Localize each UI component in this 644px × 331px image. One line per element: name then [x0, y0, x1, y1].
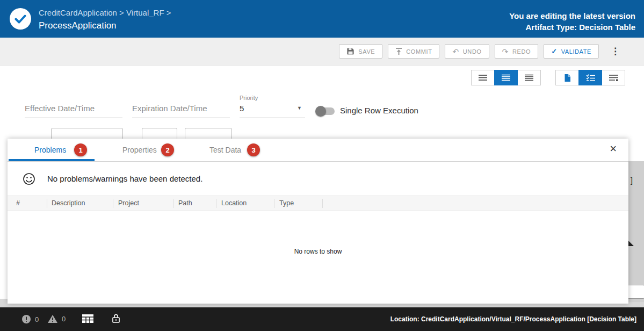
undo-icon: ↶ [452, 48, 459, 55]
smiley-icon [23, 172, 35, 185]
save-button-label: SAVE [358, 48, 375, 55]
commit-button-label: COMMIT [406, 48, 432, 55]
tab-properties[interactable]: Properties [122, 146, 157, 154]
app-logo-icon [10, 8, 31, 30]
save-icon [346, 47, 354, 55]
close-panel-button[interactable]: × [610, 142, 617, 156]
column-separator [47, 199, 47, 208]
version-note: You are editing the latest version [509, 10, 635, 21]
table-icon [82, 314, 93, 323]
single-row-execution-toggle[interactable] [317, 107, 335, 115]
checklist-icon [586, 74, 595, 81]
priority-label: Priority [240, 95, 258, 101]
column-header-type[interactable]: Type [279, 199, 294, 207]
validate-check-icon: ✓ [551, 48, 558, 55]
corner-triangle-fragment [628, 241, 634, 246]
chevron-down-icon: ▼ [297, 105, 302, 111]
column-header-number[interactable]: # [16, 199, 20, 207]
redo-button-label: REDO [512, 48, 531, 55]
checkmark-icon [15, 15, 26, 24]
column-separator [173, 199, 173, 208]
location-text: Location: CreditCardApplication/Virtual_… [390, 315, 636, 323]
view-toolbar [0, 66, 644, 89]
annotation-callout-1: 1 [74, 143, 87, 156]
overflow-menu-button[interactable]: ⋮ [611, 46, 620, 57]
toolbar-button-group: SAVE COMMIT ↶ UNDO ↷ REDO ✓ VALIDATE [339, 44, 599, 59]
lock-button[interactable] [112, 313, 120, 324]
version-info: You are editing the latest version Artif… [509, 10, 635, 33]
problems-table-header: # Description Project Path Location Type [8, 196, 628, 211]
no-rows-message: No rows to show [8, 248, 628, 255]
lines-sub-icon [609, 74, 618, 82]
text-fragment: ] [631, 176, 633, 185]
tab-test-data[interactable]: Test Data [209, 146, 241, 154]
warning-icon [47, 314, 58, 323]
undo-button[interactable]: ↶ UNDO [445, 44, 489, 59]
standard-rows-view-button[interactable] [494, 70, 518, 85]
column-header-location[interactable]: Location [221, 199, 247, 207]
save-button[interactable]: SAVE [339, 44, 382, 59]
panel-tab-bar: Problems 1 Properties 2 Test Data 3 × [8, 139, 628, 162]
dense-rows-view-button[interactable] [517, 70, 541, 85]
summary-view-button[interactable] [602, 70, 625, 85]
column-header-path[interactable]: Path [178, 199, 192, 207]
single-row-execution-label: Single Row Execution [340, 106, 418, 115]
rule-checklist-view-button[interactable] [578, 70, 602, 85]
breadcrumb[interactable]: CreditCardApplication > Virtual_RF > [39, 8, 171, 17]
compact-rows-view-button[interactable] [471, 70, 495, 85]
column-header-description[interactable]: Description [52, 199, 85, 207]
no-problems-message: No problems/warnings have been detected. [47, 174, 202, 183]
main-toolbar: SAVE COMMIT ↶ UNDO ↷ REDO ✓ VALIDATE [0, 38, 644, 66]
grid-view-button[interactable] [82, 314, 93, 323]
effective-date-input[interactable]: Effective Date/Time [25, 104, 122, 118]
error-count: 0 [35, 315, 39, 323]
app-window: CreditCardApplication > Virtual_RF > Pro… [0, 0, 644, 331]
validate-button[interactable]: ✓ VALIDATE [544, 44, 599, 59]
warning-count: 0 [62, 315, 66, 323]
annotation-callout-2: 2 [161, 143, 174, 156]
column-separator [216, 199, 216, 208]
page-title: ProcessApplication [39, 20, 117, 31]
validate-button-label: VALIDATE [561, 48, 591, 55]
expiration-date-input[interactable]: Expiration Date/Time [132, 104, 230, 118]
document-icon [564, 74, 571, 82]
artifact-type: Artifact Type: Decision Table [509, 21, 635, 33]
status-bar: 0 0 Locati [0, 307, 644, 331]
app-header: CreditCardApplication > Virtual_RF > Pro… [0, 0, 644, 38]
lines-icon [525, 74, 533, 81]
lines-icon [502, 74, 510, 81]
error-count-indicator[interactable]: 0 [21, 314, 39, 324]
editor-view-toggle-group [556, 70, 625, 85]
lock-icon [112, 313, 120, 324]
toggle-knob [315, 106, 326, 117]
active-tab-indicator [9, 159, 95, 161]
column-header-project[interactable]: Project [118, 199, 139, 207]
column-separator [322, 199, 323, 208]
error-icon [21, 314, 31, 324]
undo-button-label: UNDO [463, 48, 482, 55]
redo-icon: ↷ [502, 48, 509, 55]
tab-problems[interactable]: Problems [34, 146, 66, 154]
no-problems-row: No problems/warnings have been detected. [8, 162, 628, 196]
column-separator [113, 199, 113, 208]
priority-value: 5 [240, 104, 244, 113]
lines-icon [479, 74, 487, 81]
document-view-button[interactable] [555, 70, 579, 85]
column-separator [274, 199, 274, 208]
annotation-callout-3: 3 [247, 143, 260, 156]
commit-button[interactable]: COMMIT [388, 44, 439, 59]
warning-count-indicator[interactable]: 0 [47, 314, 66, 323]
priority-select[interactable]: 5 ▼ [240, 104, 305, 118]
problems-table-body: No rows to show [8, 211, 628, 304]
commit-icon [395, 47, 402, 55]
row-view-toggle-group [472, 70, 541, 85]
problems-panel: Problems 1 Properties 2 Test Data 3 × No… [8, 139, 628, 304]
redo-button[interactable]: ↷ REDO [495, 44, 539, 59]
